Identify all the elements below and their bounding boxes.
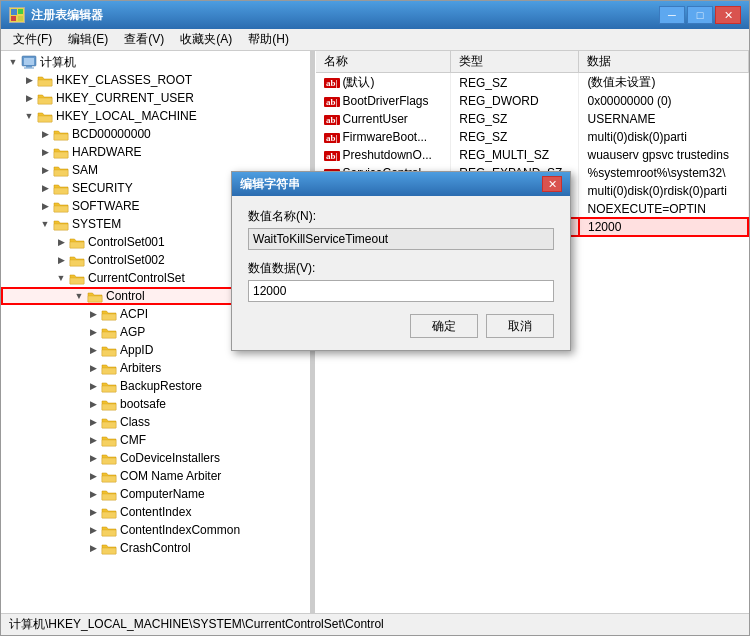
status-text: 计算机\HKEY_LOCAL_MACHINE\SYSTEM\CurrentCon… — [9, 616, 384, 633]
svg-rect-0 — [11, 9, 17, 15]
data-input[interactable] — [248, 280, 554, 302]
menu-favorites[interactable]: 收藏夹(A) — [172, 29, 240, 50]
expand-com-name-arbiter[interactable]: ▶ — [85, 468, 101, 484]
expand-system[interactable]: ▼ — [37, 216, 53, 232]
data-label: 数值数据(V): — [248, 260, 554, 277]
table-row[interactable]: ab|FirmwareBoot...REG_SZmulti(0)disk(0)p… — [316, 128, 748, 146]
table-row[interactable]: ab|PreshutdownO...REG_MULTI_SZwuauserv g… — [316, 146, 748, 164]
tree-item-computername[interactable]: ▶ ComputerName — [1, 485, 310, 503]
table-row[interactable]: ab|CurrentUserREG_SZUSERNAME — [316, 110, 748, 128]
tree-label-contentindex: ContentIndex — [120, 505, 191, 519]
tree-label-appid: AppID — [120, 343, 153, 357]
tree-item-bootsafe[interactable]: ▶ bootsafe — [1, 395, 310, 413]
expand-control[interactable]: ▼ — [71, 288, 87, 304]
expand-contentindexcommon[interactable]: ▶ — [85, 522, 101, 538]
cell-data: multi(0)disk(0)parti — [579, 128, 748, 146]
expand-currentcontrolset[interactable]: ▼ — [53, 270, 69, 286]
expand-crashcontrol[interactable]: ▶ — [85, 540, 101, 556]
expand-hkey-classes-root[interactable]: ▶ — [21, 72, 37, 88]
svg-rect-1 — [18, 9, 23, 14]
dialog-title: 编辑字符串 — [240, 176, 300, 193]
folder-icon-codeviceinstallers — [101, 451, 117, 465]
tree-label-arbiters: Arbiters — [120, 361, 161, 375]
tree-item-contentindex[interactable]: ▶ ContentIndex — [1, 503, 310, 521]
expand-hardware[interactable]: ▶ — [37, 144, 53, 160]
name-input[interactable] — [248, 228, 554, 250]
expand-sam[interactable]: ▶ — [37, 162, 53, 178]
expand-computer[interactable]: ▼ — [5, 54, 21, 70]
tree-label-codeviceinstallers: CoDeviceInstallers — [120, 451, 220, 465]
maximize-button[interactable]: □ — [687, 6, 713, 24]
cell-data: 0x00000000 (0) — [579, 92, 748, 110]
tree-label-controlset001: ControlSet001 — [88, 235, 165, 249]
computer-icon — [21, 55, 37, 69]
tree-label-com-name-arbiter: COM Name Arbiter — [120, 469, 221, 483]
expand-bcd[interactable]: ▶ — [37, 126, 53, 142]
expand-backuprestore[interactable]: ▶ — [85, 378, 101, 394]
expand-hkey-local-machine[interactable]: ▼ — [21, 108, 37, 124]
expand-security[interactable]: ▶ — [37, 180, 53, 196]
folder-icon-sam — [53, 163, 69, 177]
expand-codeviceinstallers[interactable]: ▶ — [85, 450, 101, 466]
expand-arbiters[interactable]: ▶ — [85, 360, 101, 376]
expand-controlset001[interactable]: ▶ — [53, 234, 69, 250]
ok-button[interactable]: 确定 — [410, 314, 478, 338]
table-row[interactable]: ab|BootDriverFlagsREG_DWORD0x00000000 (0… — [316, 92, 748, 110]
tree-item-backuprestore[interactable]: ▶ BackupRestore — [1, 377, 310, 395]
cell-type: REG_DWORD — [451, 92, 579, 110]
tree-label-hkey-local-machine: HKEY_LOCAL_MACHINE — [56, 109, 197, 123]
expand-acpi[interactable]: ▶ — [85, 306, 101, 322]
cell-type: REG_SZ — [451, 110, 579, 128]
expand-appid[interactable]: ▶ — [85, 342, 101, 358]
close-button[interactable]: ✕ — [715, 6, 741, 24]
name-field-group: 数值名称(N): — [248, 208, 554, 250]
tree-item-contentindexcommon[interactable]: ▶ ContentIndexCommon — [1, 521, 310, 539]
tree-item-hkey-local-machine[interactable]: ▼ HKEY_LOCAL_MACHINE — [1, 107, 310, 125]
tree-item-crashcontrol[interactable]: ▶ CrashControl — [1, 539, 310, 557]
tree-item-hkey-classes-root[interactable]: ▶ HKEY_CLASSES_ROOT — [1, 71, 310, 89]
expand-contentindex[interactable]: ▶ — [85, 504, 101, 520]
expand-cmf[interactable]: ▶ — [85, 432, 101, 448]
expand-controlset002[interactable]: ▶ — [53, 252, 69, 268]
cell-type: REG_MULTI_SZ — [451, 146, 579, 164]
window-controls: ─ □ ✕ — [659, 6, 741, 24]
cancel-button[interactable]: 取消 — [486, 314, 554, 338]
title-bar: 注册表编辑器 ─ □ ✕ — [1, 1, 749, 29]
tree-item-class[interactable]: ▶ Class — [1, 413, 310, 431]
expand-software[interactable]: ▶ — [37, 198, 53, 214]
cell-data: %systemroot%\system32\ — [579, 164, 748, 182]
expand-bootsafe[interactable]: ▶ — [85, 396, 101, 412]
tree-label-controlset002: ControlSet002 — [88, 253, 165, 267]
minimize-button[interactable]: ─ — [659, 6, 685, 24]
folder-icon-hkey-local-machine — [37, 109, 53, 123]
tree-item-computer[interactable]: ▼ 计算机 — [1, 53, 310, 71]
expand-agp[interactable]: ▶ — [85, 324, 101, 340]
menu-edit[interactable]: 编辑(E) — [60, 29, 116, 50]
folder-icon-arbiters — [101, 361, 117, 375]
menu-file[interactable]: 文件(F) — [5, 29, 60, 50]
tree-label-security: SECURITY — [72, 181, 133, 195]
expand-computername[interactable]: ▶ — [85, 486, 101, 502]
tree-item-hardware[interactable]: ▶ HARDWARE — [1, 143, 310, 161]
cell-data: wuauserv gpsvc trustedins — [579, 146, 748, 164]
tree-label-hkey-current-user: HKEY_CURRENT_USER — [56, 91, 194, 105]
tree-item-com-name-arbiter[interactable]: ▶ COM Name Arbiter — [1, 467, 310, 485]
folder-icon-software — [53, 199, 69, 213]
expand-class[interactable]: ▶ — [85, 414, 101, 430]
tree-item-hkey-current-user[interactable]: ▶ HKEY_CURRENT_USER — [1, 89, 310, 107]
dialog-close-button[interactable]: ✕ — [542, 176, 562, 192]
menu-help[interactable]: 帮助(H) — [240, 29, 297, 50]
tree-item-cmf[interactable]: ▶ CMF — [1, 431, 310, 449]
expand-hkey-current-user[interactable]: ▶ — [21, 90, 37, 106]
table-row[interactable]: ab|(默认)REG_SZ(数值未设置) — [316, 73, 748, 93]
main-content: ▼ 计算机 ▶ — [1, 51, 749, 613]
menu-view[interactable]: 查看(V) — [116, 29, 172, 50]
tree-item-codeviceinstallers[interactable]: ▶ CoDeviceInstallers — [1, 449, 310, 467]
cell-name: ab|(默认) — [316, 73, 451, 93]
svg-rect-2 — [11, 16, 16, 21]
tree-item-arbiters[interactable]: ▶ Arbiters — [1, 359, 310, 377]
folder-icon-hkey-current-user — [37, 91, 53, 105]
folder-icon-crashcontrol — [101, 541, 117, 555]
folder-icon-com-name-arbiter — [101, 469, 117, 483]
tree-item-bcd[interactable]: ▶ BCD00000000 — [1, 125, 310, 143]
